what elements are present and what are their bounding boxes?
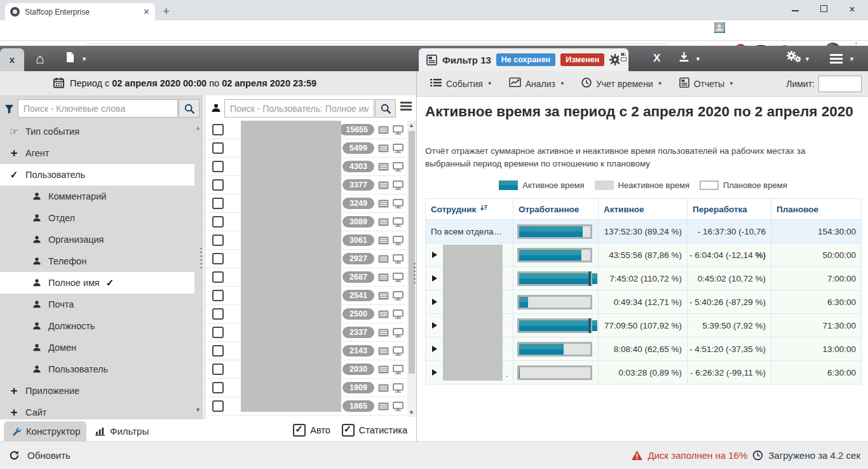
- user-checkbox[interactable]: [212, 161, 224, 172]
- limit-input[interactable]: [818, 76, 862, 92]
- expand-arrow-icon[interactable]: [432, 369, 437, 376]
- event-card-icon[interactable]: [378, 292, 389, 300]
- column-header[interactable]: Сотрудник: [426, 199, 513, 220]
- user-checkbox[interactable]: [212, 327, 224, 338]
- desktop-icon[interactable]: [393, 365, 403, 374]
- event-card-icon[interactable]: [378, 329, 389, 337]
- desktop-icon[interactable]: [393, 236, 403, 245]
- chevron-down-icon[interactable]: ▼: [804, 56, 810, 62]
- list-menu-icon[interactable]: [400, 102, 412, 104]
- desktop-icon[interactable]: [393, 254, 403, 264]
- event-card-icon[interactable]: [378, 218, 389, 226]
- sidebar-item[interactable]: ☞Тип события: [0, 121, 194, 142]
- sidebar-item[interactable]: Домен: [0, 337, 194, 358]
- user-search-button[interactable]: [375, 99, 396, 118]
- event-card-icon[interactable]: [378, 273, 389, 282]
- sidebar-item[interactable]: Телефон: [0, 250, 194, 272]
- user-checkbox[interactable]: [212, 308, 224, 320]
- sidebar-item[interactable]: Почта: [0, 294, 194, 315]
- desktop-icon[interactable]: [393, 402, 403, 411]
- column-header[interactable]: Плановое: [771, 199, 862, 220]
- menu-reports[interactable]: Отчеты▼: [671, 71, 742, 97]
- filter-tab[interactable]: Фильтр 13 Не сохранен Изменен: [419, 48, 628, 71]
- sidebar-item[interactable]: Отдел: [0, 207, 194, 229]
- close-filter-icon[interactable]: X: [653, 52, 660, 65]
- expand-arrow-icon[interactable]: [432, 346, 437, 352]
- desktop-icon[interactable]: [393, 346, 403, 356]
- user-checkbox[interactable]: [212, 290, 224, 301]
- menu-time-tracking[interactable]: Учет времени▼: [573, 71, 671, 97]
- desktop-icon[interactable]: [393, 291, 403, 301]
- download-icon[interactable]: [679, 51, 689, 65]
- period-bar[interactable]: Период с 02 апреля 2020 00:00 по 02 апре…: [0, 71, 416, 96]
- desktop-icon[interactable]: [393, 199, 403, 208]
- search-button[interactable]: [179, 99, 200, 118]
- desktop-icon[interactable]: [393, 328, 403, 337]
- main-menu-icon[interactable]: [830, 54, 843, 56]
- employee-cell[interactable]: По всем отдела…: [426, 220, 513, 243]
- user-row[interactable]: [205, 416, 406, 417]
- desktop-icon[interactable]: [393, 273, 403, 282]
- column-header[interactable]: Активное: [599, 199, 688, 220]
- settings-gears-icon[interactable]: [787, 51, 802, 65]
- auto-checkbox[interactable]: [293, 424, 306, 437]
- event-card-icon[interactable]: [378, 255, 389, 263]
- user-checkbox[interactable]: [212, 382, 224, 393]
- scroll-down-icon[interactable]: ▼: [409, 409, 414, 416]
- sidebar-item[interactable]: +Приложение: [0, 380, 194, 402]
- menu-events[interactable]: События▼: [422, 71, 501, 97]
- window-minimize-button[interactable]: [785, 4, 804, 14]
- extension-icon[interactable]: [714, 22, 725, 33]
- desktop-icon[interactable]: [393, 180, 403, 190]
- desktop-icon[interactable]: [393, 383, 403, 393]
- event-card-icon[interactable]: [378, 126, 389, 134]
- sidebar-item[interactable]: +Агент: [0, 142, 194, 164]
- tab-filters[interactable]: Фильтры: [95, 421, 149, 441]
- expand-arrow-icon[interactable]: [432, 322, 437, 329]
- new-tab-button[interactable]: +: [163, 5, 170, 18]
- event-card-icon[interactable]: [378, 310, 389, 318]
- sort-icon[interactable]: [480, 199, 488, 220]
- column-header[interactable]: Переработка: [688, 199, 771, 220]
- window-close-button[interactable]: ×: [843, 4, 862, 15]
- chevron-down-icon[interactable]: ▼: [849, 56, 855, 62]
- user-checkbox[interactable]: [212, 179, 224, 191]
- event-card-icon[interactable]: [378, 384, 389, 392]
- user-search-input[interactable]: [224, 99, 374, 118]
- sidebar-item[interactable]: Комментарий: [0, 186, 194, 207]
- user-checkbox[interactable]: [212, 253, 224, 264]
- event-card-icon[interactable]: [378, 402, 389, 411]
- sidebar-item[interactable]: ✓Пользователь: [0, 164, 194, 186]
- expand-arrow-icon[interactable]: [432, 299, 437, 305]
- event-card-icon[interactable]: [378, 200, 389, 208]
- scroll-up-icon[interactable]: ▲: [195, 125, 201, 131]
- browser-tab[interactable]: Staffcop Enterprise ✕: [5, 3, 155, 20]
- scrollbar-thumb[interactable]: [409, 131, 415, 374]
- expand-arrow-icon[interactable]: [432, 275, 437, 282]
- sidebar-item[interactable]: +Сайт: [0, 402, 194, 419]
- user-checkbox[interactable]: [212, 400, 224, 412]
- refresh-button[interactable]: Обновить: [9, 450, 71, 461]
- desktop-icon[interactable]: [393, 144, 403, 153]
- close-view-tab[interactable]: x: [0, 48, 24, 71]
- tab-constructor[interactable]: Конструктор: [4, 421, 86, 441]
- sidebar-item[interactable]: Полное имя✓: [0, 272, 194, 294]
- chevron-down-icon[interactable]: ▼: [81, 56, 87, 62]
- auto-checkbox-wrap[interactable]: Авто: [293, 424, 330, 437]
- pages-icon[interactable]: [65, 51, 75, 65]
- chevron-down-icon[interactable]: ▼: [695, 56, 701, 62]
- panel-resize-handle[interactable]: [200, 247, 203, 269]
- home-view-icon[interactable]: ⌂: [36, 51, 44, 67]
- keyword-search-input[interactable]: [18, 99, 178, 118]
- stats-checkbox-wrap[interactable]: Статистика: [342, 424, 407, 437]
- menu-analysis[interactable]: Анализ▼: [501, 71, 573, 97]
- user-checkbox[interactable]: [212, 345, 224, 357]
- sidebar-item[interactable]: Организация: [0, 229, 194, 250]
- event-card-icon[interactable]: [378, 347, 389, 355]
- desktop-icon[interactable]: [393, 162, 403, 172]
- event-card-icon[interactable]: [378, 365, 389, 374]
- event-card-icon[interactable]: [378, 181, 389, 189]
- user-checkbox[interactable]: [212, 142, 224, 154]
- user-checkbox[interactable]: [212, 198, 224, 209]
- event-card-icon[interactable]: [378, 236, 389, 245]
